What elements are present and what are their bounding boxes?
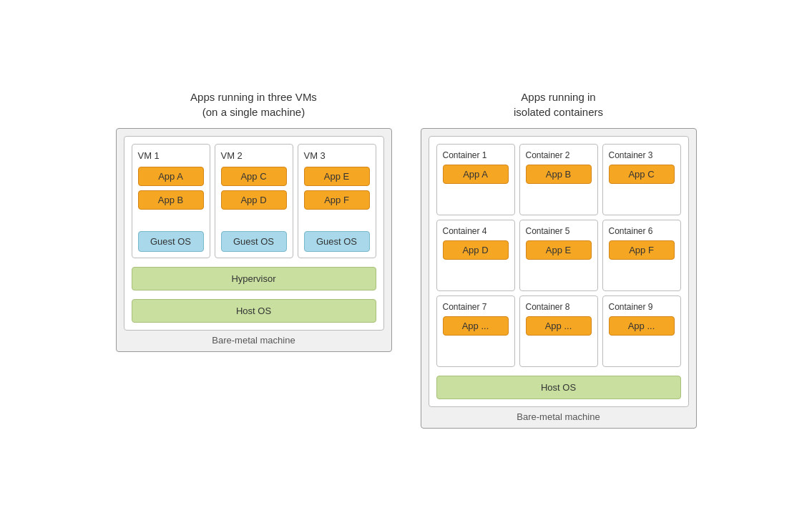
container2-app: App B: [526, 165, 592, 184]
container2-label: Container 2: [526, 150, 592, 160]
container6-label: Container 6: [609, 226, 675, 236]
container-outer-box: Container 1 App A Container 2 App B Cont…: [421, 128, 697, 429]
vm2-app-d: App D: [221, 190, 287, 210]
container-host-os-bar: Host OS: [436, 376, 681, 399]
vm3-guest-os: Guest OS: [304, 231, 370, 252]
vm2-box: VM 2 App C App D Guest OS: [215, 144, 293, 258]
vm-diagram: Apps running in three VMs(on a single ma…: [116, 89, 392, 352]
vm1-app-a: App A: [138, 167, 204, 186]
container5-label: Container 5: [526, 226, 592, 236]
container6-app: App F: [609, 240, 675, 260]
vm-diagram-title: Apps running in three VMs(on a single ma…: [190, 89, 317, 119]
vm-outer-box: VM 1 App A App B Guest OS VM 2 App C App…: [116, 128, 392, 352]
vm3-app-e: App E: [304, 167, 370, 186]
vm1-label: VM 1: [138, 150, 204, 161]
container9-app: App ...: [609, 316, 675, 336]
vm-outer-label: Bare-metal machine: [124, 331, 384, 351]
container4-app: App D: [443, 240, 509, 260]
vm2-app-c: App C: [221, 167, 287, 186]
container-inner-area: Container 1 App A Container 2 App B Cont…: [429, 136, 689, 407]
vm-host-os-bar: Host OS: [132, 299, 376, 323]
container6-box: Container 6 App F: [602, 220, 681, 291]
vm-content: VM 1 App A App B Guest OS VM 2 App C App…: [132, 144, 376, 323]
container8-label: Container 8: [526, 302, 592, 312]
vm2-guest-os: Guest OS: [221, 231, 287, 252]
hypervisor-bar: Hypervisor: [132, 267, 376, 290]
vm2-label: VM 2: [221, 150, 287, 161]
container1-box: Container 1 App A: [436, 144, 515, 215]
container4-label: Container 4: [443, 226, 509, 236]
container7-box: Container 7 App ...: [436, 295, 515, 367]
container5-app: App E: [526, 240, 592, 260]
container9-label: Container 9: [609, 302, 675, 312]
vm1-box: VM 1 App A App B Guest OS: [132, 144, 210, 258]
vm1-guest-os: Guest OS: [138, 231, 204, 252]
container5-box: Container 5 App E: [519, 220, 598, 291]
container-outer-label: Bare-metal machine: [429, 407, 689, 428]
container2-box: Container 2 App B: [519, 144, 598, 215]
vm1-app-b: App B: [138, 190, 204, 210]
container3-label: Container 3: [609, 150, 675, 160]
container9-box: Container 9 App ...: [602, 295, 681, 367]
vm3-app-f: App F: [304, 190, 370, 210]
container1-label: Container 1: [443, 150, 509, 160]
container-grid: Container 1 App A Container 2 App B Cont…: [436, 144, 681, 367]
container1-app: App A: [443, 165, 509, 184]
container8-app: App ...: [526, 316, 592, 336]
container3-box: Container 3 App C: [602, 144, 681, 215]
container-diagram: Apps running inisolated containers Conta…: [421, 89, 697, 429]
vm3-label: VM 3: [304, 150, 370, 161]
container-diagram-title: Apps running inisolated containers: [514, 89, 603, 119]
vm-inner-area: VM 1 App A App B Guest OS VM 2 App C App…: [124, 136, 384, 331]
vm3-box: VM 3 App E App F Guest OS: [298, 144, 376, 258]
container7-label: Container 7: [443, 302, 509, 312]
container7-app: App ...: [443, 316, 509, 336]
main-layout: Apps running in three VMs(on a single ma…: [102, 75, 711, 443]
container8-box: Container 8 App ...: [519, 295, 598, 367]
container3-app: App C: [609, 165, 675, 184]
container4-box: Container 4 App D: [436, 220, 515, 291]
vm-row: VM 1 App A App B Guest OS VM 2 App C App…: [132, 144, 376, 258]
